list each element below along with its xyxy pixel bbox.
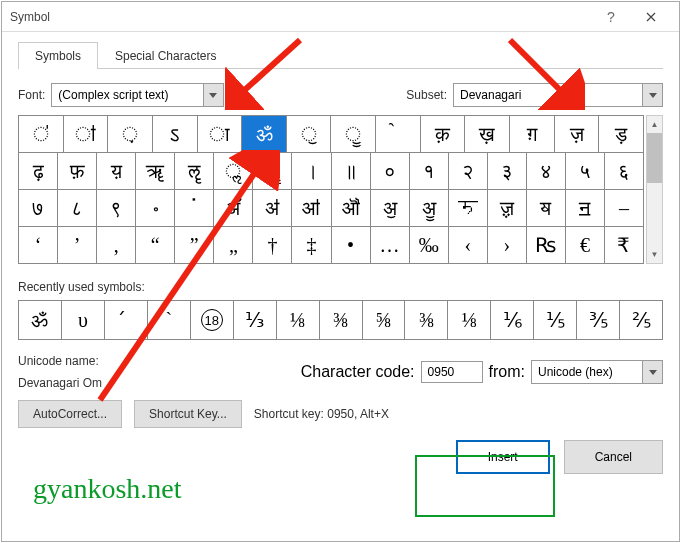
tab-special-characters[interactable]: Special Characters: [98, 42, 233, 69]
symbol-cell[interactable]: ॳ: [253, 190, 292, 226]
symbol-cell[interactable]: १: [410, 153, 449, 189]
symbol-cell[interactable]: ‘: [19, 227, 58, 263]
symbol-cell[interactable]: ‡: [292, 227, 331, 263]
symbol-cell[interactable]: •: [332, 227, 371, 263]
recent-cell[interactable]: ⅖: [620, 301, 662, 339]
symbol-cell[interactable]: ॢ: [214, 153, 253, 189]
symbol-cell[interactable]: फ़: [58, 153, 97, 189]
symbol-cell[interactable]: ढ़: [19, 153, 58, 189]
symbol-cell[interactable]: ४: [527, 153, 566, 189]
symbol-cell[interactable]: ०: [371, 153, 410, 189]
symbol-cell[interactable]: ₹: [605, 227, 643, 263]
subset-select[interactable]: Devanagari: [453, 83, 663, 107]
symbol-cell[interactable]: …: [371, 227, 410, 263]
symbol-cell[interactable]: ॶ: [371, 190, 410, 226]
symbol-cell[interactable]: ₨: [527, 227, 566, 263]
symbol-cell[interactable]: ख़: [465, 116, 510, 152]
recent-cell[interactable]: 18: [191, 301, 234, 339]
recent-cell[interactable]: ⅓: [234, 301, 277, 339]
tab-symbols[interactable]: Symbols: [18, 42, 98, 69]
symbol-cell[interactable]: ३: [488, 153, 527, 189]
symbol-cell[interactable]: –: [605, 190, 643, 226]
symbol-cell[interactable]: ड़: [599, 116, 643, 152]
scroll-down-icon[interactable]: ▼: [647, 246, 662, 263]
insert-button[interactable]: Insert: [456, 440, 550, 474]
symbol-cell[interactable]: २: [449, 153, 488, 189]
close-button[interactable]: [631, 3, 671, 31]
symbol-cell[interactable]: क़: [421, 116, 466, 152]
symbol-cell[interactable]: ६: [605, 153, 643, 189]
symbol-cell[interactable]: ›: [488, 227, 527, 263]
recent-cell[interactable]: ⅕: [534, 301, 577, 339]
recent-cell[interactable]: ⅝: [363, 301, 406, 339]
symbol-cell[interactable]: ॣ: [253, 153, 292, 189]
symbol-cell[interactable]: ॠ: [136, 153, 175, 189]
symbol-cell[interactable]: €: [566, 227, 605, 263]
recent-cell[interactable]: ⅜: [405, 301, 448, 339]
symbol-cell[interactable]: य़: [97, 153, 136, 189]
symbol-cell[interactable]: ७: [19, 190, 58, 226]
recent-grid[interactable]: ॐύ`18⅓⅛⅜⅝⅜⅛⅙⅕⅗⅖: [18, 300, 663, 340]
symbol-cell[interactable]: ज़: [555, 116, 600, 152]
symbol-cell[interactable]: “: [136, 227, 175, 263]
symbol-cell[interactable]: ॥: [332, 153, 371, 189]
symbol-cell[interactable]: ५: [566, 153, 605, 189]
symbol-cell[interactable]: ॐ: [242, 116, 287, 152]
recent-cell[interactable]: ́: [105, 301, 148, 339]
symbol-cell[interactable]: ॰: [136, 190, 175, 226]
shortcutkey-button[interactable]: Shortcut Key...: [134, 400, 242, 428]
font-select[interactable]: (Complex script text): [51, 83, 223, 107]
symbol-cell[interactable]: ा: [198, 116, 243, 152]
recent-cell[interactable]: `: [148, 301, 191, 339]
symbol-grid[interactable]: ऺऻ़ऽाॐॖॗ॓क़ख़ग़ज़ड़ढ़फ़य़ॠॡॢॣ।॥०१२३४५६७८…: [18, 115, 644, 264]
symbol-cell[interactable]: ॻ: [566, 190, 605, 226]
scroll-thumb[interactable]: [647, 133, 662, 183]
symbol-cell[interactable]: ।: [292, 153, 331, 189]
autocorrect-row: AutoCorrect... Shortcut Key... Shortcut …: [18, 400, 663, 428]
recent-cell[interactable]: ॐ: [19, 301, 62, 339]
symbol-cell[interactable]: ग़: [510, 116, 555, 152]
symbol-cell[interactable]: ऽ: [153, 116, 198, 152]
symbol-cell[interactable]: ‹: [449, 227, 488, 263]
from-select[interactable]: Unicode (hex): [531, 360, 663, 384]
symbol-cell[interactable]: ‰: [410, 227, 449, 263]
recent-cell[interactable]: ⅛: [277, 301, 320, 339]
symbol-cell[interactable]: ़: [108, 116, 153, 152]
recent-cell[interactable]: ⅙: [491, 301, 534, 339]
chevron-down-icon[interactable]: [642, 84, 662, 106]
chevron-down-icon[interactable]: [203, 84, 223, 106]
chevron-down-icon[interactable]: [642, 361, 662, 383]
scroll-up-icon[interactable]: ▲: [647, 116, 662, 133]
symbol-cell[interactable]: ऻ: [64, 116, 109, 152]
symbol-cell[interactable]: ऺ: [19, 116, 64, 152]
symbol-cell[interactable]: ॴ: [292, 190, 331, 226]
cancel-button[interactable]: Cancel: [564, 440, 663, 474]
symbol-cell[interactable]: ’: [58, 227, 97, 263]
symbol-cell[interactable]: ॗ: [331, 116, 376, 152]
recent-cell[interactable]: ⅗: [577, 301, 620, 339]
symbol-cell[interactable]: ८: [58, 190, 97, 226]
symbol-cell[interactable]: ॺ: [527, 190, 566, 226]
symbol-cell[interactable]: †: [253, 227, 292, 263]
symbol-cell[interactable]: ॷ: [410, 190, 449, 226]
symbol-cell[interactable]: ॹ: [488, 190, 527, 226]
symbol-cell[interactable]: ९: [97, 190, 136, 226]
symbol-cell[interactable]: ॱ: [175, 190, 214, 226]
symbol-cell[interactable]: ‚: [97, 227, 136, 263]
autocorrect-button[interactable]: AutoCorrect...: [18, 400, 122, 428]
scrollbar[interactable]: ▲ ▼: [646, 115, 663, 264]
symbol-cell[interactable]: ॖ: [287, 116, 332, 152]
symbol-cell[interactable]: ”: [175, 227, 214, 263]
charcode-input[interactable]: [421, 361, 483, 383]
symbol-cell[interactable]: ॸ: [449, 190, 488, 226]
recent-cell[interactable]: υ: [62, 301, 105, 339]
recent-cell[interactable]: ⅛: [448, 301, 491, 339]
recent-cell[interactable]: ⅜: [320, 301, 363, 339]
symbol-cell[interactable]: ॲ: [214, 190, 253, 226]
help-button[interactable]: ?: [591, 3, 631, 31]
tab-bar: Symbols Special Characters: [18, 42, 663, 69]
symbol-cell[interactable]: „: [214, 227, 253, 263]
symbol-cell[interactable]: ॓: [376, 116, 421, 152]
symbol-cell[interactable]: ॵ: [332, 190, 371, 226]
symbol-cell[interactable]: ॡ: [175, 153, 214, 189]
